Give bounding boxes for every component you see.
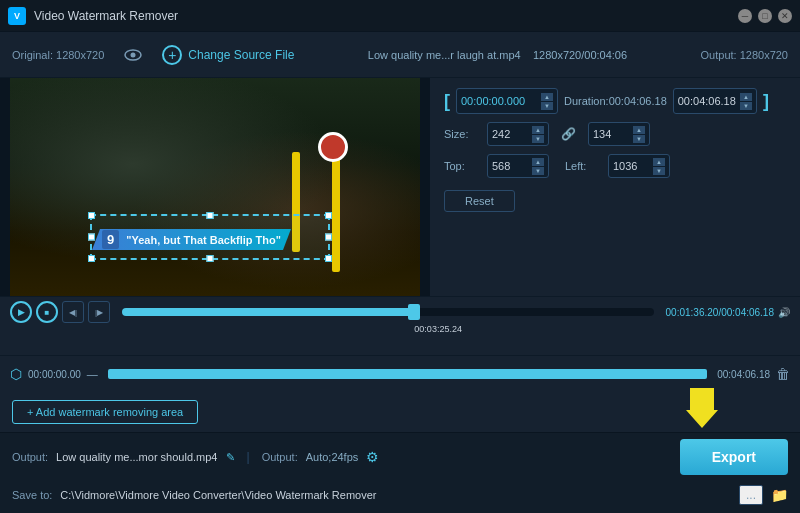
plus-circle-icon: + <box>162 45 182 65</box>
edit-filename-icon[interactable]: ✎ <box>226 451 235 464</box>
save-label: Save to: <box>12 489 52 501</box>
file-info: Low quality me...r laugh at.mp4 1280x720… <box>310 49 684 61</box>
handle-bottomright[interactable] <box>325 255 332 262</box>
duration-label: Duration:00:04:06.18 <box>564 95 667 107</box>
add-area-row: + Add watermark removing area <box>0 392 800 432</box>
handle-midleft[interactable] <box>88 234 95 241</box>
time-display: 00:01:36.20/00:04:06.18 <box>666 307 774 318</box>
prev-frame-button[interactable]: ◀| <box>62 301 84 323</box>
start-time-spinners[interactable]: ▲ ▼ <box>541 93 553 110</box>
time-marker-label: 00:03:25.24 <box>414 324 462 334</box>
app-title: Video Watermark Remover <box>34 9 730 23</box>
end-time-display: 00:04:06.18 ▲ ▼ <box>673 88 757 114</box>
arrow-indicator <box>686 388 718 435</box>
top-up[interactable]: ▲ <box>532 158 544 166</box>
app-icon: V <box>8 7 26 25</box>
top-input-wrap[interactable]: ▲ ▼ <box>487 154 549 178</box>
output-file-name: Low quality me...mor should.mp4 <box>56 451 217 463</box>
width-spinners[interactable]: ▲ ▼ <box>532 126 544 143</box>
height-input[interactable] <box>593 128 633 140</box>
start-time-down[interactable]: ▼ <box>541 102 553 110</box>
save-path: C:\Vidmore\Vidmore Video Converter\Video… <box>60 489 731 501</box>
original-label: Original: 1280x720 <box>12 49 104 61</box>
end-time-up[interactable]: ▲ <box>740 93 752 101</box>
reset-row: Reset <box>444 186 786 212</box>
output-file-label: Output: <box>12 451 48 463</box>
left-input[interactable] <box>613 160 653 172</box>
handle-topmid[interactable] <box>207 212 214 219</box>
bracket-close: ] <box>763 91 769 112</box>
video-frame: 9 "Yeah, but That Backflip Tho" <box>10 78 420 296</box>
timeline-area: ▶ ■ ◀| |▶ 00:03:25.24 00:01:36.20/00:04: <box>0 296 800 356</box>
volume-button[interactable]: 🔊 <box>778 307 790 318</box>
output-settings-label: Output: <box>262 451 298 463</box>
play-button[interactable]: ▶ <box>10 301 32 323</box>
start-time-input[interactable] <box>461 95 541 107</box>
title-bar: V Video Watermark Remover ─ □ ✕ <box>0 0 800 32</box>
video-background <box>10 78 420 296</box>
main-content: Original: 1280x720 + Change Source File … <box>0 32 800 513</box>
trash-button[interactable]: 🗑 <box>776 366 790 382</box>
end-time-spinners[interactable]: ▲ ▼ <box>740 93 752 110</box>
left-down[interactable]: ▼ <box>653 167 665 175</box>
start-time-up[interactable]: ▲ <box>541 93 553 101</box>
next-frame-button[interactable]: |▶ <box>88 301 110 323</box>
height-up[interactable]: ▲ <box>633 126 645 134</box>
left-input-wrap[interactable]: ▲ ▼ <box>608 154 670 178</box>
add-watermark-area-button[interactable]: + Add watermark removing area <box>12 400 198 424</box>
stop-button[interactable]: ■ <box>36 301 58 323</box>
height-input-wrap[interactable]: ▲ ▼ <box>588 122 650 146</box>
output-label: Output: 1280x720 <box>701 49 788 61</box>
handle-midright[interactable] <box>325 234 332 241</box>
left-up[interactable]: ▲ <box>653 158 665 166</box>
height-down[interactable]: ▼ <box>633 135 645 143</box>
reset-button[interactable]: Reset <box>444 190 515 212</box>
width-input[interactable] <box>492 128 532 140</box>
start-time-input-group[interactable]: ▲ ▼ <box>456 88 558 114</box>
playback-row: ▶ ■ ◀| |▶ 00:03:25.24 00:01:36.20/00:04: <box>10 301 790 323</box>
eye-button[interactable] <box>120 42 146 68</box>
top-toolbar: Original: 1280x720 + Change Source File … <box>0 32 800 78</box>
top-input[interactable] <box>492 160 532 172</box>
svg-point-1 <box>131 52 136 57</box>
link-icon[interactable]: 🔗 <box>557 127 580 141</box>
timeline-progress <box>122 308 414 316</box>
top-down[interactable]: ▼ <box>532 167 544 175</box>
handle-topright[interactable] <box>325 212 332 219</box>
time-range-row: [ ▲ ▼ Duration:00:04:06.18 00:04:06.18 ▲… <box>444 88 786 114</box>
bracket-open: [ <box>444 91 450 112</box>
position-row: Top: ▲ ▼ Left: ▲ ▼ <box>444 154 786 178</box>
width-down[interactable]: ▼ <box>532 135 544 143</box>
folder-button[interactable]: 📁 <box>771 487 788 503</box>
timeline-track[interactable]: 00:03:25.24 <box>122 308 654 316</box>
clip-icon: ⬡ <box>10 366 22 382</box>
clip-end-time: 00:04:06.18 <box>717 369 770 380</box>
height-spinners[interactable]: ▲ ▼ <box>633 126 645 143</box>
timeline-thumb[interactable] <box>408 304 420 320</box>
browse-button[interactable]: ... <box>739 485 763 505</box>
export-button[interactable]: Export <box>680 439 788 475</box>
maximize-button[interactable]: □ <box>758 9 772 23</box>
close-button[interactable]: ✕ <box>778 9 792 23</box>
settings-gear-button[interactable]: ⚙ <box>366 449 379 465</box>
top-spinners[interactable]: ▲ ▼ <box>532 158 544 175</box>
left-spinners[interactable]: ▲ ▼ <box>653 158 665 175</box>
svg-marker-2 <box>686 388 718 428</box>
window-controls: ─ □ ✕ <box>738 9 792 23</box>
change-source-button[interactable]: + Change Source File <box>162 45 294 65</box>
handle-topleft[interactable] <box>88 212 95 219</box>
video-player[interactable]: 9 "Yeah, but That Backflip Tho" <box>0 78 430 296</box>
selection-box[interactable] <box>90 214 330 260</box>
right-panel: [ ▲ ▼ Duration:00:04:06.18 00:04:06.18 ▲… <box>430 78 800 296</box>
clip-segment-row: ⬡ 00:00:00.00 — 00:04:06.18 🗑 <box>0 356 800 392</box>
minimize-button[interactable]: ─ <box>738 9 752 23</box>
clip-timeline-bar[interactable] <box>108 369 707 379</box>
width-input-wrap[interactable]: ▲ ▼ <box>487 122 549 146</box>
width-up[interactable]: ▲ <box>532 126 544 134</box>
size-label: Size: <box>444 128 479 140</box>
handle-bottomleft[interactable] <box>88 255 95 262</box>
bottom-bar: Output: Low quality me...mor should.mp4 … <box>0 432 800 481</box>
video-area: 9 "Yeah, but That Backflip Tho" <box>0 78 800 296</box>
end-time-down[interactable]: ▼ <box>740 102 752 110</box>
handle-bottommid[interactable] <box>207 255 214 262</box>
